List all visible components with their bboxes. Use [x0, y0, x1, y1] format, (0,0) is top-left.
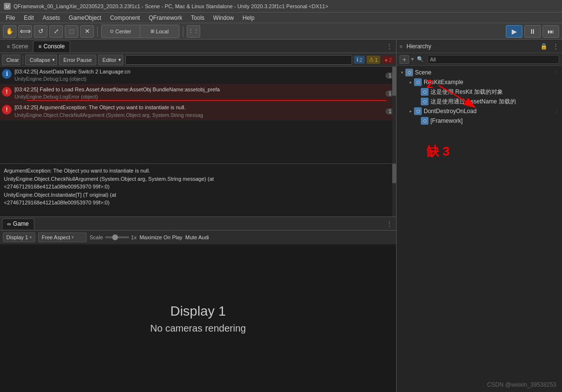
game-view-title: Display 1: [170, 304, 226, 319]
tab-scene[interactable]: ≡ Scene: [2, 41, 33, 52]
tool-scale[interactable]: ⤢: [49, 25, 63, 38]
tree-item-dontdestroy[interactable]: ▸ ⬡ DontDestroyOnLoad ⋮: [397, 106, 562, 116]
clear-button[interactable]: Clear: [2, 55, 21, 65]
pause-button[interactable]: ⏸: [524, 25, 541, 38]
msg-1-icon: ℹ: [2, 69, 12, 79]
reskit-arrow: ▸: [407, 79, 414, 86]
tab-console[interactable]: ≡ Console: [33, 41, 70, 52]
tree-item-scene[interactable]: ▾ ⬡ Scene ⋮: [397, 68, 562, 77]
scale-slider[interactable]: [105, 236, 129, 238]
menu-gameobject[interactable]: GameObject: [65, 14, 105, 22]
aspect-dropdown[interactable]: Free Aspect: [38, 232, 87, 242]
detail-line-4: UnityEngine.Object.Instantiate[T] (T ori…: [4, 191, 392, 199]
tree-item-framework[interactable]: ⬡ [Framework]: [397, 116, 562, 126]
unity-icon: U: [4, 3, 11, 10]
msg-2-line1: [03:42:25] Failed to Load Res.Asset:Asse…: [15, 86, 384, 93]
hierarchy-toolbar: + ▾ 🔍: [397, 53, 562, 66]
pivot-local-btn[interactable]: ⊞ Local: [140, 25, 179, 38]
console-messages[interactable]: ℹ [03:42:25] AssetDataTable Switch 2 Lan…: [0, 67, 396, 163]
msg-3-line1: [03:42:25] ArgumentException: The Object…: [15, 104, 384, 111]
tab-game[interactable]: ∞ Game: [2, 218, 34, 229]
menu-qframework[interactable]: QFramework: [145, 14, 186, 22]
tree-item-reskit-child2[interactable]: ⬡ 这是使用通过 AssetName 加载的: [397, 97, 562, 106]
hierarchy-tree: ▾ ⬡ Scene ⋮ ▸ ⬡ ResKitExample ⬡ 这是使用 Res…: [397, 66, 562, 392]
warn-badge[interactable]: ⚠ 1: [367, 56, 380, 64]
watermark: CSDN @weixin_39538253: [487, 381, 556, 388]
tree-item-reskit-child1[interactable]: ⬡ 这是使用 ResKit 加载的对象: [397, 87, 562, 97]
tool-move[interactable]: ⟺: [18, 25, 32, 38]
error-highlight: [27, 100, 386, 101]
tool-rect[interactable]: ⬚: [65, 25, 78, 38]
step-button[interactable]: ⏭: [543, 25, 559, 38]
title-bar: U QFramewrok_00_LiangXie_20230523_2020.3…: [0, 0, 562, 13]
scene-more[interactable]: ⋮: [552, 69, 560, 76]
menu-component[interactable]: Component: [106, 14, 144, 22]
tool-hand[interactable]: ✋: [3, 25, 16, 38]
menu-edit[interactable]: Edit: [20, 14, 38, 22]
hier-add-button[interactable]: +: [399, 55, 409, 64]
game-tab-label: Game: [13, 220, 29, 227]
dontdestroy-more[interactable]: ⋮: [552, 107, 560, 115]
console-msg-2[interactable]: ! [03:42:25] Failed to Load Res.Asset:As…: [0, 85, 396, 102]
panel-tabs: ≡ Scene ≡ Console ⋮: [0, 40, 396, 53]
console-msg-1[interactable]: ℹ [03:42:25] AssetDataTable Switch 2 Lan…: [0, 67, 396, 85]
dontdestroy-arrow: ▸: [407, 108, 414, 115]
pivot-center-btn[interactable]: ⊙ Center: [102, 25, 140, 38]
info-badge[interactable]: ℹ 2: [354, 56, 365, 64]
msg-2-line2: UnityEngine.Debug:LogError (object): [15, 93, 384, 101]
scene-icon: ⬡: [405, 69, 413, 76]
msg-3-text: [03:42:25] ArgumentException: The Object…: [15, 104, 384, 118]
tree-item-reskitexample[interactable]: ▸ ⬡ ResKitExample: [397, 77, 562, 87]
separator-2: [183, 26, 183, 37]
grid-btn[interactable]: ⋮⋮: [187, 25, 200, 38]
detail-line-2: UnityEngine.Object.CheckNullArgument (Sy…: [4, 175, 392, 183]
error-badge-icon: ●: [385, 57, 388, 63]
detail-scrollbar[interactable]: [392, 164, 396, 217]
console-scrollbar[interactable]: [392, 67, 396, 163]
scale-label: Scale: [89, 234, 103, 240]
panel-tabs-more[interactable]: ⋮: [385, 42, 394, 51]
toolbar: ✋ ⟺ ↺ ⤢ ⬚ ✕ ⊙ Center ⊞ Local ⋮⋮ ▶ ⏸ ⏭: [0, 23, 562, 40]
reskit-icon: ⬡: [414, 78, 422, 86]
detail-line-3: <27467129168e4121a08fe00953970 99f>:0): [4, 183, 392, 191]
game-more-btn[interactable]: ⋮: [385, 219, 394, 229]
menu-help[interactable]: Help: [239, 14, 259, 22]
reskit-label: ResKitExample: [424, 79, 560, 86]
game-tabs: ∞ Game ⋮: [0, 217, 396, 231]
hier-lock-icon: 🔒: [540, 43, 547, 50]
scene-arrow: ▾: [399, 69, 405, 76]
display-dropdown[interactable]: Display 1: [3, 232, 35, 242]
aspect-label: Free Aspect: [42, 234, 70, 240]
framework-icon: ⬡: [421, 117, 429, 125]
msg-2-icon: !: [2, 87, 12, 97]
hier-more-icon[interactable]: ⋮: [552, 43, 559, 50]
play-controls: ▶ ⏸ ⏭: [506, 25, 559, 38]
menu-window[interactable]: Window: [209, 14, 238, 22]
play-button[interactable]: ▶: [506, 25, 522, 38]
error-pause-button[interactable]: Error Pause: [59, 55, 96, 65]
scale-thumb: [112, 234, 118, 240]
menu-assets[interactable]: Assets: [39, 14, 64, 22]
console-search-input[interactable]: [125, 55, 352, 65]
tool-rotate[interactable]: ↺: [34, 25, 47, 38]
search-icon-container: 🔍: [417, 56, 424, 62]
msg-1-text1: AssetDataTable Switch 2 Language:cn: [39, 69, 130, 74]
collapse-button[interactable]: Collapse: [25, 55, 57, 65]
editor-button[interactable]: Editor: [98, 55, 123, 65]
game-toolbar: Display 1 Free Aspect Scale 1x Maximize …: [0, 231, 396, 244]
game-view: Display 1 No cameras rendering: [0, 246, 396, 392]
pivot-center-label: Center: [115, 29, 131, 34]
menu-tools[interactable]: Tools: [187, 14, 208, 22]
tool-transform[interactable]: ✕: [80, 25, 94, 38]
hier-grid-icon: ≡: [399, 44, 402, 49]
error-badge[interactable]: ● 2: [382, 56, 394, 64]
scale-container: Scale 1x: [89, 234, 136, 240]
msg-3-line2: UnityEngine.Object.CheckNullArgument (Sy…: [15, 112, 384, 119]
framework-label: [Framework]: [430, 117, 560, 124]
menu-file[interactable]: File: [2, 14, 19, 22]
game-view-subtitle: No cameras rendering: [150, 323, 246, 334]
hierarchy-search-input[interactable]: [428, 55, 559, 64]
console-tab-icon: ≡: [38, 44, 41, 49]
left-panel: ≡ Scene ≡ Console ⋮ Clear Collapse Error…: [0, 40, 397, 392]
console-msg-3[interactable]: ! [03:42:25] ArgumentException: The Obje…: [0, 102, 396, 120]
